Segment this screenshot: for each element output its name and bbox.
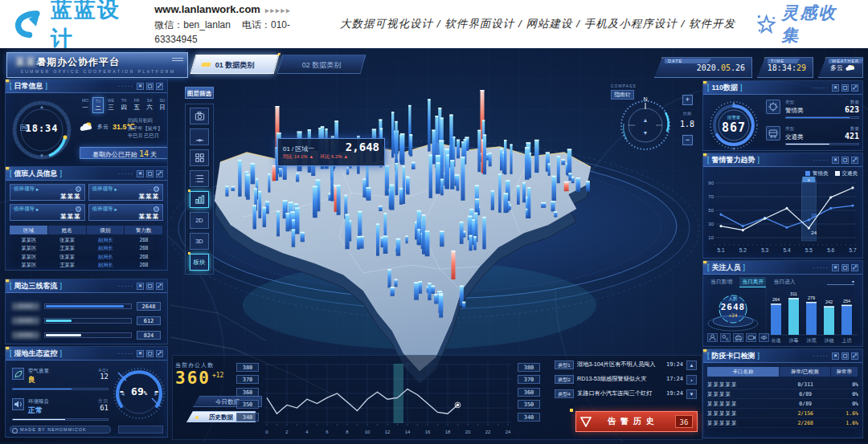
close-icon[interactable]: ✕	[832, 157, 839, 164]
svg-text:254: 254	[843, 299, 850, 303]
panel-title-duty: 值班人员信息	[14, 169, 58, 179]
sparkle-star-icon	[756, 14, 776, 35]
office-line-chart[interactable]: 024681012141618202224	[262, 360, 514, 437]
compass-widget: COMPASS 指南针 N ▲ ▼ + 比例1.8 −	[611, 84, 693, 157]
panel-title-trend: 警情警力趋势	[712, 155, 755, 165]
tab-data-category-2[interactable]: 02 数据类别	[277, 55, 366, 74]
alarm-type-name: 警情类	[785, 107, 804, 115]
panel-focus-personnel: [关注人员]·····✕▢⤢ 当日新增当日离开当日进入 人数 2648 +24 …	[702, 260, 863, 347]
focus-category-icon-3[interactable]	[733, 333, 743, 342]
alert-item[interactable]: 类型1湿地3-104片区有不明人员闯入19:24	[555, 359, 683, 370]
svg-text:5.2: 5.2	[739, 247, 747, 253]
alert-history-banner[interactable]: 告警历史 36	[575, 411, 698, 432]
weekday-cell-su[interactable]: SU日	[157, 97, 168, 113]
scroll-thumb[interactable]: ●	[686, 375, 697, 385]
focus-category-icon-2[interactable]	[720, 333, 731, 342]
yaxis-plate: 350	[236, 400, 259, 409]
inspiration-collect[interactable]: 灵感收集	[756, 2, 854, 47]
window-icon[interactable]: ▢	[146, 83, 154, 90]
weather-text: 多云	[830, 63, 843, 72]
layer-button-3d[interactable]: 3D	[190, 233, 209, 250]
expand-icon[interactable]: ⤢	[851, 84, 858, 92]
zoom-in-button[interactable]: +	[682, 95, 693, 105]
expand-icon[interactable]: ⤢	[851, 352, 858, 360]
close-icon[interactable]: ✕	[832, 352, 839, 360]
scroll-down-button[interactable]: ▼	[686, 389, 697, 399]
window-icon[interactable]: ▢	[841, 264, 849, 271]
window-icon[interactable]: ▢	[841, 157, 849, 164]
alert-time: 17:24	[666, 376, 683, 382]
layer-button-block[interactable]: 板块	[190, 254, 209, 271]
expand-icon[interactable]: ⤢	[156, 170, 163, 177]
focus-category-icon-4[interactable]	[746, 333, 756, 342]
alarm-type-name: 交通类	[785, 133, 804, 141]
bracket-right: ]	[740, 84, 743, 92]
table-row: 某某区王某某副局长268	[10, 244, 163, 251]
data-category-tabs: 01 数据类别02 数据类别	[193, 55, 363, 74]
expand-icon[interactable]: ⤢	[851, 264, 858, 271]
close-icon[interactable]: ✕	[137, 83, 144, 90]
site-url[interactable]: www.lanlanwork.com	[154, 3, 260, 15]
expand-icon[interactable]: ⤢	[156, 283, 163, 290]
map-scale: 比例1.8	[680, 111, 694, 130]
checkpoint-row: 某某某某0/890%	[707, 389, 858, 399]
layer-button-signal[interactable]	[190, 128, 209, 145]
services-list: 大数据可视化设计 / 软件界面设计 / 网站建设 / 手机及小程序设计 / 软件…	[340, 17, 735, 31]
time-label: TIME	[768, 59, 800, 63]
close-icon[interactable]: ✕	[832, 264, 839, 271]
weekday-cell-we[interactable]: WE三	[105, 97, 117, 113]
duty-leader-card[interactable]: 值班领导▸···某某某	[88, 204, 164, 221]
expand-icon[interactable]: ⤢	[156, 350, 163, 357]
expand-icon[interactable]: ⤢	[156, 83, 163, 90]
layer-button-2d[interactable]: 2D	[190, 212, 209, 229]
layer-button-grid[interactable]	[190, 149, 209, 166]
noise-item: 环境噪音正常 分贝61	[12, 398, 108, 421]
leaf-icon	[14, 370, 23, 378]
window-icon[interactable]: ▢	[841, 352, 849, 360]
close-icon[interactable]: ✕	[137, 170, 144, 177]
tab-data-category-1[interactable]: 01 数据类别	[190, 55, 280, 74]
alert-item[interactable]: 类型2RD13-53烟感报警疑似火灾17:24	[555, 373, 683, 385]
weekday-cell-tu[interactable]: TU二	[92, 97, 104, 113]
title-censored: 某某	[15, 56, 36, 67]
bracket-left: [	[10, 82, 12, 90]
duty-leader-card[interactable]: 值班领导▸···某某某	[10, 184, 85, 201]
window-icon[interactable]: ▢	[146, 283, 154, 290]
window-icon[interactable]: ▢	[146, 350, 154, 357]
weekday-cell-mo[interactable]: MO一	[80, 97, 91, 113]
svg-text:279: 279	[808, 295, 815, 300]
map-region-tooltip[interactable]: 01 /区域一2,648 同比 14.1% ▲环比 6.2% ▲	[277, 138, 385, 166]
panel-title-checkpoint: 防疫卡口检测	[712, 351, 755, 361]
bracket-right: ]	[60, 169, 63, 177]
close-icon[interactable]: ✕	[137, 283, 144, 290]
close-icon[interactable]: ✕	[137, 350, 144, 357]
weekday-cell-fr[interactable]: FR五	[131, 97, 142, 113]
trend-chart[interactable]: 9070503010∨36245.15.25.35.45.55.65.7	[705, 177, 861, 257]
grid-icon	[194, 152, 206, 164]
inspiration-label: 灵感收集	[781, 2, 854, 47]
panel-duty-personnel: [值班人员信息]·····✕▢⤢ 值班领导▸···某某某值班领导▸···某某某值…	[5, 166, 168, 271]
expand-icon[interactable]: ⤢	[851, 157, 858, 164]
layer-button-chart[interactable]	[190, 191, 209, 208]
compass-dial[interactable]: N ▲ ▼	[616, 93, 675, 153]
tooltip-value: 2,648	[346, 141, 379, 153]
weekday-cell-th[interactable]: TH四	[118, 97, 129, 113]
layer-button-list[interactable]	[190, 170, 209, 187]
zoom-out-button[interactable]: −	[682, 135, 693, 145]
focus-category-icon-1[interactable]	[707, 333, 718, 342]
alert-item[interactable]: 类型4某路口有小汽车连闯三个红灯19:24	[555, 388, 683, 399]
svg-text:10: 10	[708, 235, 714, 240]
avatar	[76, 186, 81, 192]
close-icon[interactable]: ✕	[832, 84, 839, 92]
focus-tab-1[interactable]: 当日新增	[708, 277, 735, 287]
table-row: 某某区张某某副局长268	[10, 270, 163, 271]
weekday-cell-sa[interactable]: SA六	[144, 97, 155, 113]
scroll-up-button[interactable]: ▲	[686, 360, 697, 370]
layer-button-camera[interactable]	[190, 108, 209, 124]
focus-bar-chart[interactable]: 264在逃311涉毒279涉黑242涉稳254上访	[761, 283, 861, 346]
duty-leader-card[interactable]: 值班领导▸···某某某	[88, 184, 164, 201]
time-plate: TIME 18:34:29	[757, 57, 813, 78]
window-icon[interactable]: ▢	[841, 84, 849, 92]
window-icon[interactable]: ▢	[146, 170, 154, 177]
duty-leader-card[interactable]: 值班领导▸···某某某	[10, 204, 85, 221]
